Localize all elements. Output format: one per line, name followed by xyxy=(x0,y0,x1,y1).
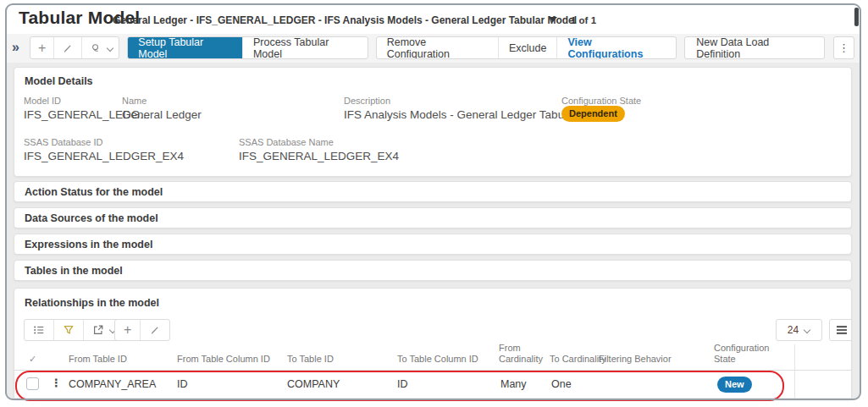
table-edit-button[interactable] xyxy=(140,320,169,340)
edit-button[interactable] xyxy=(53,37,81,58)
new-data-load-definition-button[interactable]: New Data Load Definition xyxy=(684,36,825,59)
pencil-icon xyxy=(62,42,74,54)
process-tabular-model-button[interactable]: Process Tabular Model xyxy=(242,37,368,58)
view-configurations-button[interactable]: View Configurations xyxy=(556,37,676,58)
col-from-cardinality[interactable]: From Cardinality xyxy=(499,343,548,366)
table-row[interactable]: ⋮ COMPANY_AREA ID COMPANY ID Many One Ne… xyxy=(14,371,851,399)
row-checkbox[interactable] xyxy=(26,377,39,390)
name-value: General Ledger xyxy=(122,108,202,121)
configuration-state-label: Configuration State xyxy=(561,96,641,106)
table-add-button[interactable]: + xyxy=(115,320,140,340)
section-action-status-label: Action Status for the model xyxy=(25,186,163,198)
select-all-check-icon[interactable]: ✓ xyxy=(29,354,36,365)
filter-icon xyxy=(63,324,75,336)
export-icon xyxy=(92,324,104,336)
record-context-selector[interactable]: General Ledger - IFS_GENERAL_LEDGER - IF… xyxy=(113,14,577,26)
section-tables-label: Tables in the model xyxy=(25,265,123,277)
col-from-table-id[interactable]: From Table ID xyxy=(69,354,127,366)
page-size-value: 24 xyxy=(788,324,799,336)
cell-to-cardinality: One xyxy=(551,378,572,390)
model-details-title: Model Details xyxy=(25,75,93,87)
table-crud-group: + xyxy=(114,319,170,341)
col-to-table-id[interactable]: To Table ID xyxy=(287,354,334,366)
pencil-icon xyxy=(149,324,161,336)
list-icon xyxy=(33,324,45,336)
cell-to-table-column-id: ID xyxy=(397,378,408,390)
ssas-database-id-label: SSAS Database ID xyxy=(24,137,103,147)
row-kebab-icon[interactable]: ⋮ xyxy=(51,377,62,389)
section-data-sources[interactable]: Data Sources of the model xyxy=(14,207,852,228)
chevron-down-icon xyxy=(107,45,113,52)
description-value: IFS Analysis Models - General Ledger Tab… xyxy=(344,108,576,121)
filter-button[interactable] xyxy=(53,320,83,340)
col-configuration-state[interactable]: Configuration State xyxy=(714,343,778,366)
section-expressions[interactable]: Expressions in the model xyxy=(14,234,852,255)
exclude-button[interactable]: Exclude xyxy=(498,37,556,58)
model-id-label: Model ID xyxy=(24,96,61,106)
cell-from-table-column-id: ID xyxy=(177,378,188,390)
chevron-down-icon[interactable] xyxy=(549,17,557,22)
table-header-row: ✓ From Table ID From Table Column ID To … xyxy=(14,344,851,371)
ssas-database-id-value: IFS_GENERAL_LEDGER_EX4 xyxy=(24,150,184,162)
view-mode-button[interactable] xyxy=(829,319,852,341)
configuration-action-group: Remove Configuration Exclude View Config… xyxy=(376,36,677,59)
section-action-status[interactable]: Action Status for the model xyxy=(14,181,852,202)
plus-icon: + xyxy=(38,41,46,55)
model-action-group: Setup Tabular Model Process Tabular Mode… xyxy=(127,36,368,59)
stamp-menu-button[interactable] xyxy=(81,37,119,58)
kebab-icon: ⋮ xyxy=(838,41,849,54)
stamp-icon xyxy=(90,42,102,54)
description-label: Description xyxy=(344,96,390,106)
model-details-panel: Model Details Model ID IFS_GENERAL_LEDG.… xyxy=(14,67,852,177)
name-label: Name xyxy=(122,96,147,106)
expand-toolbar-icon[interactable]: » xyxy=(12,40,22,57)
cell-to-table-id: COMPANY xyxy=(287,378,340,390)
record-count: 1 of 1 xyxy=(571,15,596,25)
configuration-state-badge: Dependent xyxy=(561,106,625,122)
ssas-database-name-label: SSAS Database Name xyxy=(239,137,334,147)
col-to-table-column-id[interactable]: To Table Column ID xyxy=(397,354,478,366)
cell-from-table-id: COMPANY_AREA xyxy=(69,378,156,390)
page-size-select[interactable]: 24 xyxy=(776,319,822,341)
command-toolbar: » + Setup Tabular Model Process xyxy=(12,36,825,59)
relationships-section-title[interactable]: Relationships in the model xyxy=(25,297,159,309)
section-tables[interactable]: Tables in the model xyxy=(14,260,852,281)
cell-from-cardinality: Many xyxy=(500,378,527,390)
tabular-model-page: Tabular Model General Ledger - IFS_GENER… xyxy=(0,0,868,407)
toolbar-overflow-button[interactable]: ⋮ xyxy=(833,36,854,59)
relationships-panel: Relationships in the model xyxy=(14,288,852,400)
table-column-divider xyxy=(794,344,795,399)
ssas-database-name-value: IFS_GENERAL_LEDGER_EX4 xyxy=(239,150,399,162)
plus-icon: + xyxy=(124,323,131,337)
scrollbar-thumb[interactable] xyxy=(854,8,859,26)
col-to-cardinality[interactable]: To Cardinality xyxy=(550,354,606,366)
add-button[interactable]: + xyxy=(30,37,53,58)
multiselect-button[interactable] xyxy=(25,320,53,340)
table-tools-group xyxy=(24,319,125,341)
row-configuration-state-badge: New xyxy=(717,377,752,393)
section-data-sources-label: Data Sources of the model xyxy=(25,212,158,224)
col-from-table-column-id[interactable]: From Table Column ID xyxy=(177,354,270,366)
setup-tabular-model-button[interactable]: Setup Tabular Model xyxy=(128,37,242,58)
chevron-down-icon xyxy=(804,327,810,333)
crud-button-group: + xyxy=(30,36,119,59)
remove-configuration-button[interactable]: Remove Configuration xyxy=(377,37,498,58)
col-filtering-behavior[interactable]: Filtering Behavior xyxy=(599,354,672,366)
rows-view-icon xyxy=(836,325,848,335)
section-expressions-label: Expressions in the model xyxy=(25,239,152,250)
